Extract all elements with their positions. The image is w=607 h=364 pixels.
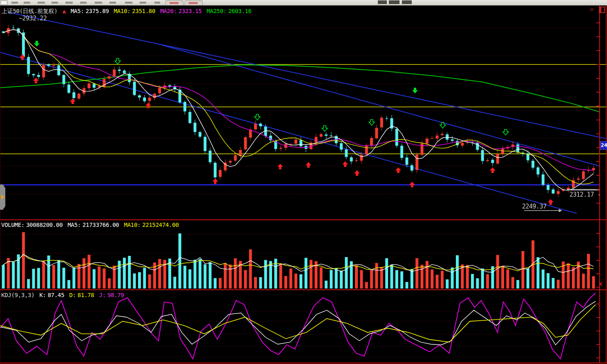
volume-bar <box>335 269 338 289</box>
candle-body <box>62 75 65 84</box>
sell-signal-arrow <box>34 41 40 47</box>
buy-signal-arrow <box>395 167 401 173</box>
volume-bar <box>582 273 585 289</box>
volume-ma10-label: MA10: <box>124 222 141 228</box>
volume-bar <box>173 277 176 289</box>
volume-bar <box>22 232 25 289</box>
candle-body <box>491 160 494 163</box>
volume-bar <box>527 269 529 289</box>
volume-label: VOLUME: <box>1 222 25 228</box>
volume-bar <box>133 273 136 289</box>
volume-bar <box>158 259 161 289</box>
candle-body <box>37 75 40 77</box>
volume-bar <box>547 273 549 289</box>
volume-bar <box>415 258 418 289</box>
kdj-j-label: J: <box>99 292 106 298</box>
restore-window-icon[interactable] <box>599 7 605 13</box>
candle-body <box>577 178 580 180</box>
volume-value: 30088200.00 <box>26 222 62 228</box>
volume-bar <box>310 260 312 289</box>
ma20-value: 2323.15 <box>179 8 202 14</box>
candle-body <box>426 139 428 144</box>
kdj-j-value: 98.79 <box>107 292 124 298</box>
volume-bar <box>93 269 96 289</box>
volume-bar <box>587 254 590 289</box>
buy-signal-arrow <box>33 78 39 83</box>
buy-signal-arrow <box>409 182 415 187</box>
candle-body <box>244 137 247 149</box>
volume-bar <box>274 259 277 289</box>
candle-body <box>415 155 418 170</box>
candle-body <box>42 65 45 78</box>
volume-bar <box>108 278 111 289</box>
up-arrow-icon: ▲ <box>62 8 66 14</box>
candle-body <box>239 150 242 156</box>
buy-signal-arrow <box>548 199 553 205</box>
volume-bar <box>284 276 287 289</box>
volume-bar <box>456 255 459 289</box>
candle-body <box>451 140 454 141</box>
candle-body <box>32 74 35 75</box>
ma250-label: MA250: <box>207 8 227 14</box>
volume-bar <box>400 271 403 289</box>
volume-bar <box>148 274 151 289</box>
volume-bar <box>219 278 222 289</box>
candle-body <box>360 155 363 161</box>
volume-bar <box>289 269 292 289</box>
low-price-annotation: 2249.37 <box>522 203 547 210</box>
volume-bar <box>224 263 227 289</box>
volume-bar <box>123 258 126 289</box>
volume-ma5-label: MA5: <box>67 222 81 228</box>
candle-body <box>375 128 378 138</box>
peak-price-annotation: ~2932.22 <box>19 15 47 22</box>
volume-bar <box>446 280 449 289</box>
volume-bar <box>67 280 70 289</box>
volume-bar <box>209 262 212 289</box>
volume-bar <box>496 255 499 289</box>
candle-body <box>299 140 302 146</box>
volume-bar <box>234 258 237 289</box>
diamond-icon[interactable]: ◇ <box>590 5 594 13</box>
volume-bar <box>305 258 308 289</box>
volume-bar <box>592 276 595 289</box>
volume-bar <box>365 282 368 289</box>
sidebar-expander-handle[interactable] <box>0 184 5 210</box>
volume-bar <box>37 268 40 289</box>
candle-body <box>259 124 262 126</box>
candle-body <box>204 137 207 151</box>
volume-bar <box>395 270 398 289</box>
candle-body <box>229 161 232 162</box>
buy-signal-arrow <box>306 162 311 168</box>
candle-body <box>441 134 444 135</box>
volume-bar <box>345 257 348 289</box>
chart-canvas[interactable] <box>0 0 607 364</box>
candle-body <box>461 143 464 146</box>
candle-body <box>143 98 146 101</box>
volume-bar <box>32 269 35 289</box>
sell-signal-arrow <box>412 88 418 93</box>
kdj-j-line <box>0 293 596 359</box>
candle-body <box>148 98 151 101</box>
trendline <box>0 52 577 213</box>
candle-body <box>72 92 75 98</box>
candle-body <box>219 170 222 177</box>
ma20-label: MA20: <box>160 8 177 14</box>
volume-bar <box>57 260 60 289</box>
kdj-d-label: D: <box>69 292 76 298</box>
volume-bar <box>138 272 141 289</box>
volume-bar <box>143 268 146 289</box>
volume-bar <box>214 278 216 289</box>
candle-body <box>330 135 333 135</box>
volume-bar <box>507 269 509 289</box>
volume-bar <box>466 265 469 289</box>
volume-bar <box>370 270 373 289</box>
candle-body <box>234 155 237 160</box>
volume-bar <box>42 261 45 289</box>
ma20-line <box>3 30 594 171</box>
kdj-k-label: K: <box>39 292 46 298</box>
app-window: 上证50(日线.前复权) ▲ MA5:2375.89 MA10:2351.80 … <box>0 0 607 364</box>
volume-bar <box>406 282 408 289</box>
candle-body <box>395 129 398 146</box>
volume-bar <box>264 260 267 289</box>
volume-bar <box>83 258 85 289</box>
